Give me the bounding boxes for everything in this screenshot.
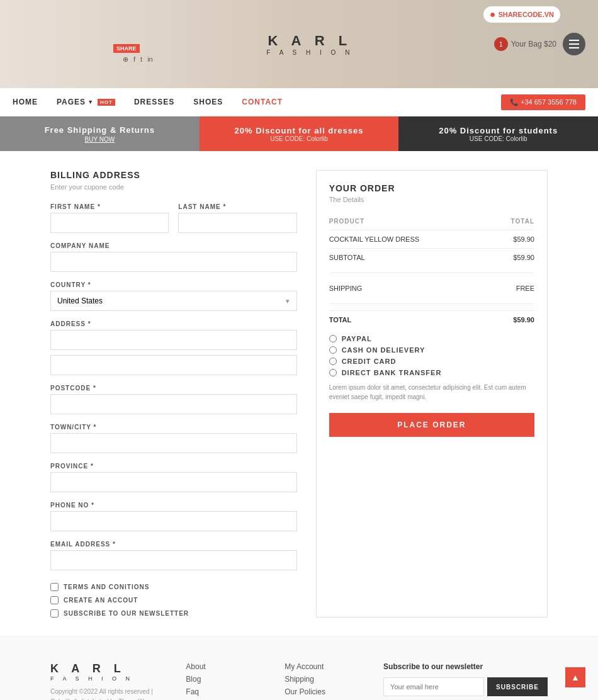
company-field: COMPANY NAME [50,242,297,272]
order-divider-2 [329,303,534,304]
country-label: COUNTRY * [50,281,297,288]
phone-field: PHONE NO * [50,502,297,531]
first-name-label: FIRST NAME * [50,203,169,210]
scroll-top-button[interactable]: ▲ [565,667,585,687]
logo-sub: F A S H I O N [266,49,353,56]
total-value: $59.90 [513,316,534,324]
phone-label: PHONE NO * [50,502,297,509]
pages-arrow: ▼ [87,99,94,105]
pinterest-icon[interactable]: ⊕ [123,55,128,64]
footer-link-faq[interactable]: Faq [186,687,259,696]
payment-description: Lorem ipsum dolor sit amet, consectetur … [329,383,534,402]
product-price: $59.90 [513,235,534,243]
bank-radio[interactable] [329,369,337,376]
account-row: CREATE AN ACCOUT [50,596,297,604]
email-field: EMAIL ADDRESS * [50,541,297,570]
total-header: TOTAL [511,218,534,225]
order-subtitle: The Details [329,196,534,203]
nav-contact[interactable]: CONTACT [242,98,283,106]
address-input-1[interactable] [50,330,297,350]
nav-home[interactable]: HOME [13,98,38,106]
country-select[interactable]: United States [50,291,297,311]
bag-area[interactable]: 1 Your Bag $20 [494,37,556,51]
footer-logo-col: K A R L F A S H I O N Copyright ©2022 Al… [50,662,161,700]
footer-link-policies[interactable]: Our Policies [285,687,358,696]
province-field: PROVINCE * [50,463,297,492]
promo-buy-link[interactable]: BUY NOW [85,136,115,143]
phone-input[interactable] [50,511,297,531]
credit-label: CREDIT CARD [342,358,397,365]
address-field: ADDRESS * [50,320,297,375]
promo-students-code: USE CODE: Colorlib [470,135,527,142]
bag-label: Your Bag $20 [511,40,556,48]
payment-options: PAYPAL CASH ON DELIEVERY CREDIT CARD DIR… [329,335,534,376]
promo-students-title: 20% Discount for students [439,126,558,135]
address-row: ADDRESS * [50,320,297,375]
email-input[interactable] [50,550,297,570]
shipping-label: SHIPPING [329,285,363,292]
product-header: PRODUCT [329,218,364,225]
linkedin-icon[interactable]: in [147,55,153,64]
sharecode-badge: ● SHARECODE.VN [483,6,560,23]
town-field: TOWN/CITY * [50,424,297,453]
bank-label: DIRECT BANK TRANSFER [342,369,442,376]
newsletter-check-row: SUBSCRIBE TO OUR NEWSLETTER [50,609,297,618]
province-input[interactable] [50,472,297,492]
cash-label: CASH ON DELIEVERY [342,346,426,354]
promo-dresses-title: 20% Discount for all dresses [235,126,364,135]
name-row: FIRST NAME * LAST NAME * [50,203,297,233]
credit-radio[interactable] [329,358,337,365]
place-order-button[interactable]: PLACE ORDER [329,413,534,437]
nav-dresses[interactable]: DRESSES [134,98,174,106]
first-name-input[interactable] [50,213,169,233]
postcode-input[interactable] [50,394,297,414]
twitter-icon[interactable]: t [140,55,142,64]
payment-cash: CASH ON DELIEVERY [329,346,534,354]
paypal-radio[interactable] [329,335,337,342]
shipping-value: FREE [516,285,534,292]
footer-link-about[interactable]: About [186,662,259,671]
promo-banner: Free Shipping & Returns BUY NOW 20% Disc… [0,116,598,151]
share-badge: SHARE [113,44,140,53]
postcode-label: POSTCODE * [50,385,297,392]
paypal-label: PAYPAL [342,335,372,342]
country-row: COUNTRY * United States ▼ [50,281,297,311]
promo-shipping: Free Shipping & Returns BUY NOW [0,116,200,151]
nav-shoes[interactable]: SHOES [193,98,223,106]
billing-section: BILLING ADDRESS Enter your cupone code F… [50,170,297,618]
address-input-2[interactable] [50,355,297,375]
logo-text: K A R L [268,33,352,49]
account-checkbox[interactable] [50,596,59,604]
product-name: COCKTAIL YELLOW DRESS [329,235,419,243]
postcode-row: POSTCODE * [50,385,297,414]
payment-bank: DIRECT BANK TRANSFER [329,369,534,376]
order-divider-1 [329,273,534,273]
cash-radio[interactable] [329,346,337,354]
footer-link-myaccount[interactable]: My Account [285,662,358,671]
navbar: HOME PAGES ▼ HOT DRESSES SHOES CONTACT 📞… [0,88,598,116]
footer-link-shipping[interactable]: Shipping [285,675,358,684]
newsletter-col: Subscribe to our newsletter SUBSCRIBE [383,662,548,700]
newsletter-checkbox[interactable] [50,609,59,618]
logo: K A R L F A S H I O N [266,33,353,56]
company-input[interactable] [50,252,297,272]
newsletter-subscribe-btn[interactable]: SUBSCRIBE [487,677,548,696]
newsletter-email-input[interactable] [383,677,484,696]
footer-link-blog[interactable]: Blog [186,675,259,684]
phone-button[interactable]: 📞 +34 657 3556 778 [501,94,585,110]
last-name-input[interactable] [178,213,296,233]
town-input[interactable] [50,433,297,453]
footer-grid: K A R L F A S H I O N Copyright ©2022 Al… [50,662,548,700]
country-select-wrapper: United States ▼ [50,291,297,311]
promo-dresses: 20% Discount for all dresses USE CODE: C… [200,116,399,151]
subtotal-label: SUBTOTAL [329,254,365,261]
hamburger-button[interactable] [563,33,585,55]
nav-pages[interactable]: PAGES ▼ HOT [57,98,115,106]
facebook-icon[interactable]: f [133,55,135,64]
town-label: TOWN/CITY * [50,424,297,431]
order-product-row: COCKTAIL YELLOW DRESS $59.90 [329,230,534,249]
terms-checkbox[interactable] [50,583,59,591]
hot-badge: HOT [98,99,115,106]
company-label: COMPANY NAME [50,242,297,249]
total-row: TOTAL $59.90 [329,310,534,329]
